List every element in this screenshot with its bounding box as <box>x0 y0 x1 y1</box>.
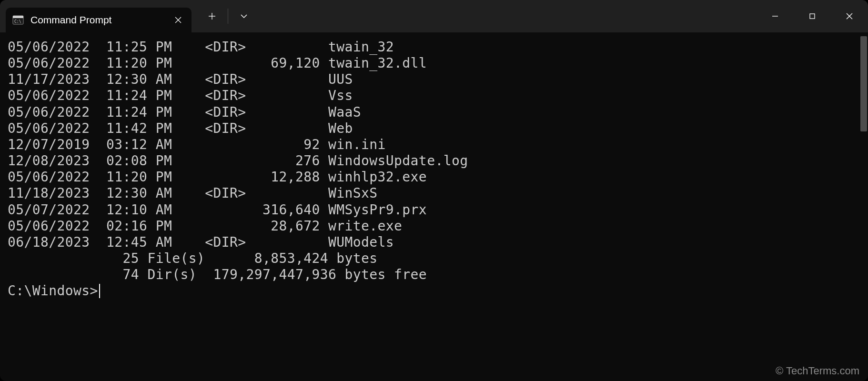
tab-actions <box>192 0 258 32</box>
terminal-line: 05/06/2022 11:20 PM 69,120 twain_32.dll <box>8 55 860 71</box>
minimize-button[interactable] <box>757 0 794 32</box>
tab-divider <box>228 9 228 24</box>
maximize-button[interactable] <box>794 0 831 32</box>
tab-dropdown-button[interactable] <box>230 0 258 32</box>
tab-close-button[interactable] <box>172 14 184 26</box>
terminal-line: 05/06/2022 11:42 PM <DIR> Web <box>8 120 860 137</box>
tab-active[interactable]: C:\ Command Prompt <box>6 8 192 32</box>
tab-strip: C:\ Command Prompt <box>0 0 192 32</box>
terminal-line: 25 File(s) 8,853,424 bytes <box>8 251 860 267</box>
tab-title: Command Prompt <box>30 14 166 26</box>
prompt-line: C:\Windows> <box>8 283 860 299</box>
terminal-line: 11/17/2023 12:30 AM <DIR> UUS <box>8 71 860 88</box>
title-bar-drag-area[interactable] <box>258 0 757 32</box>
terminal-line: 11/18/2023 12:30 AM <DIR> WinSxS <box>8 185 860 201</box>
cmd-icon: C:\ <box>12 14 24 26</box>
terminal-line: 74 Dir(s) 179,297,447,936 bytes free <box>8 267 860 283</box>
cursor <box>99 284 100 298</box>
terminal-line: 05/06/2022 11:24 PM <DIR> Vss <box>8 88 860 104</box>
title-bar: C:\ Command Prompt <box>0 0 868 32</box>
terminal-line: 05/06/2022 11:25 PM <DIR> twain_32 <box>8 39 860 55</box>
new-tab-button[interactable] <box>198 0 226 32</box>
terminal-line: 05/06/2022 11:20 PM 12,288 winhlp32.exe <box>8 169 860 185</box>
scrollbar-thumb[interactable] <box>860 36 867 131</box>
close-button[interactable] <box>831 0 868 32</box>
terminal-line: 12/08/2023 02:08 PM 276 WindowsUpdate.lo… <box>8 153 860 169</box>
svg-text:C:\: C:\ <box>14 20 21 24</box>
terminal-line: 05/06/2022 11:24 PM <DIR> WaaS <box>8 104 860 120</box>
watermark: © TechTerms.com <box>776 365 859 377</box>
prompt-text: C:\Windows> <box>8 283 98 299</box>
terminal-line: 06/18/2023 12:45 AM <DIR> WUModels <box>8 234 860 251</box>
svg-rect-1 <box>13 16 23 18</box>
terminal-line: 05/07/2022 12:10 AM 316,640 WMSysPr9.prx <box>8 202 860 218</box>
terminal-line: 12/07/2019 03:12 AM 92 win.ini <box>8 137 860 153</box>
terminal-line: 05/06/2022 02:16 PM 28,672 write.exe <box>8 218 860 234</box>
svg-rect-8 <box>810 14 815 19</box>
terminal-window: C:\ Command Prompt <box>0 0 868 381</box>
terminal-body[interactable]: 05/06/2022 11:25 PM <DIR> twain_3205/06/… <box>0 32 868 381</box>
window-controls <box>757 0 868 32</box>
terminal-output: 05/06/2022 11:25 PM <DIR> twain_3205/06/… <box>8 39 860 300</box>
